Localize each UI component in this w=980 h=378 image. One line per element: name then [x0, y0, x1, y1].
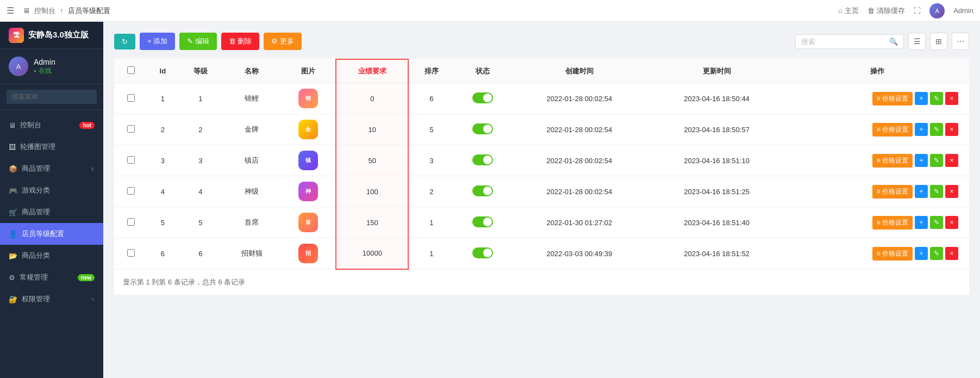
row-edit-button[interactable]: ✎: [930, 154, 943, 167]
price-settings-button[interactable]: ≡ 价格设置: [872, 185, 913, 199]
status-toggle[interactable]: [472, 185, 493, 196]
table-row: 2 2 金牌 金 10 5 2022-01-28 00:02:54 2023-0…: [114, 114, 969, 145]
status-toggle[interactable]: [472, 154, 493, 165]
row-status[interactable]: [454, 238, 511, 269]
row-add-button[interactable]: +: [915, 216, 928, 229]
row-add-button[interactable]: +: [915, 154, 928, 167]
row-edit-button[interactable]: ✎: [930, 185, 943, 198]
row-name: 镇店: [223, 145, 280, 176]
price-settings-button[interactable]: ≡ 价格设置: [872, 247, 913, 261]
row-checkbox[interactable]: [114, 238, 147, 269]
sidebar-search[interactable]: [0, 84, 103, 110]
fullscreen-btn[interactable]: ⛶: [914, 7, 921, 15]
row-delete-button[interactable]: ×: [945, 185, 958, 198]
status-toggle[interactable]: [472, 216, 493, 227]
search-box[interactable]: 🔍: [795, 34, 904, 49]
row-delete-button[interactable]: ×: [945, 154, 958, 167]
row-updated: 2023-04-16 18:51:25: [648, 176, 785, 207]
table-search-input[interactable]: [801, 38, 886, 46]
sidebar-item-carousel[interactable]: 🖼 轮播图管理: [0, 136, 103, 158]
sidebar-item-permissions[interactable]: 🔐 权限管理 <: [0, 288, 103, 310]
fullscreen-icon: ⛶: [914, 7, 921, 15]
row-name: 锦鲤: [223, 83, 280, 114]
row-sort: 1: [408, 207, 454, 238]
select-all-checkbox[interactable]: [127, 66, 135, 74]
chevron-right-icon: <: [91, 296, 95, 302]
status-toggle[interactable]: [472, 247, 493, 258]
row-name: 首席: [223, 207, 280, 238]
row-status[interactable]: [454, 114, 511, 145]
row-delete-button[interactable]: ×: [945, 216, 958, 229]
add-button[interactable]: + 添加: [140, 33, 175, 50]
view-grid-btn[interactable]: ⊞: [930, 33, 947, 50]
row-created: 2022-01-28 00:02:54: [511, 176, 648, 207]
row-status[interactable]: [454, 176, 511, 207]
row-sort: 1: [408, 238, 454, 269]
price-settings-button[interactable]: ≡ 价格设置: [872, 216, 913, 230]
row-status[interactable]: [454, 83, 511, 114]
row-delete-button[interactable]: ×: [945, 123, 958, 136]
more-button[interactable]: ⚙ 更多: [264, 33, 302, 50]
row-delete-button[interactable]: ×: [945, 92, 958, 105]
sidebar-logo: 🏝 安静岛3.0独立版: [0, 22, 103, 49]
delete-button[interactable]: 🗑 删除: [221, 33, 260, 50]
row-checkbox[interactable]: [114, 207, 147, 238]
row-updated: 2023-04-16 18:51:40: [648, 207, 785, 238]
row-actions: ≡ 价格设置 + ✎ ×: [785, 114, 969, 145]
status-toggle[interactable]: [472, 123, 493, 134]
sidebar-item-goods-cat[interactable]: 📂 商品分类: [0, 245, 103, 267]
row-image: 锦: [280, 83, 336, 114]
row-id: 1: [147, 83, 178, 114]
view-more-btn[interactable]: ⋯: [952, 33, 969, 50]
breadcrumb-home[interactable]: 控制台: [34, 6, 55, 16]
view-list-btn[interactable]: ☰: [908, 33, 926, 50]
row-add-button[interactable]: +: [915, 247, 928, 260]
row-actions: ≡ 价格设置 + ✎ ×: [785, 207, 969, 238]
row-checkbox[interactable]: [114, 114, 147, 145]
price-settings-button[interactable]: ≡ 价格设置: [872, 92, 913, 106]
edit-button[interactable]: ✎ 编辑: [179, 33, 217, 50]
content-area: ↻ + 添加 ✎ 编辑 🗑 删除 ⚙ 更多 🔍 ☰ ⊞ ⋯: [103, 22, 980, 378]
avatar[interactable]: A: [929, 3, 945, 18]
sidebar-item-member-level[interactable]: 👤 店员等级配置: [0, 223, 103, 245]
sidebar-item-game-cat[interactable]: 🎮 游戏分类: [0, 179, 103, 201]
refresh-button[interactable]: ↻: [114, 34, 135, 49]
price-settings-button[interactable]: ≡ 价格设置: [872, 123, 913, 137]
row-delete-button[interactable]: ×: [945, 247, 958, 260]
col-created: 创建时间: [511, 59, 648, 83]
menu-toggle-icon[interactable]: ☰: [7, 5, 14, 16]
status-toggle[interactable]: [472, 92, 493, 103]
row-status[interactable]: [454, 145, 511, 176]
row-add-button[interactable]: +: [915, 185, 928, 198]
sidebar-item-goods[interactable]: 📦 商品管理 ∨: [0, 158, 103, 179]
row-id: 6: [147, 238, 178, 269]
chevron-down-icon: ∨: [90, 165, 95, 172]
row-name: 金牌: [223, 114, 280, 145]
col-status: 状态: [454, 59, 511, 83]
data-table: Id 等级 名称 图片 业绩要求 排序 状态 创建时间 更新时间 操作: [114, 59, 969, 295]
row-edit-button[interactable]: ✎: [930, 123, 943, 136]
row-add-button[interactable]: +: [915, 92, 928, 105]
toolbar: ↻ + 添加 ✎ 编辑 🗑 删除 ⚙ 更多 🔍 ☰ ⊞ ⋯: [114, 33, 969, 50]
home-btn[interactable]: ⌂ 主页: [838, 6, 859, 16]
row-checkbox[interactable]: [114, 145, 147, 176]
member-icon: 👤: [9, 230, 17, 238]
row-add-button[interactable]: +: [915, 123, 928, 136]
search-input[interactable]: [7, 90, 97, 104]
row-edit-button[interactable]: ✎: [930, 92, 943, 105]
sidebar-item-general[interactable]: ⚙ 常规管理 new: [0, 267, 103, 288]
row-checkbox[interactable]: [114, 176, 147, 207]
breadcrumb-icon: 🖥: [23, 7, 30, 15]
row-edit-button[interactable]: ✎: [930, 247, 943, 260]
col-updated: 更新时间: [648, 59, 785, 83]
row-status[interactable]: [454, 207, 511, 238]
row-edit-button[interactable]: ✎: [930, 216, 943, 229]
sidebar: 🏝 安静岛3.0独立版 A Admin 在线 🖥 控制台 hot: [0, 22, 103, 378]
price-settings-button[interactable]: ≡ 价格设置: [872, 154, 913, 168]
row-checkbox[interactable]: [114, 83, 147, 114]
sidebar-item-dashboard[interactable]: 🖥 控制台 hot: [0, 114, 103, 136]
clear-cache-btn[interactable]: 🗑 清除缓存: [867, 6, 905, 16]
sidebar-item-goods-mgr[interactable]: 🛒 商品管理: [0, 201, 103, 223]
row-actions: ≡ 价格设置 + ✎ ×: [785, 176, 969, 207]
goods-mgr-icon: 🛒: [9, 208, 17, 216]
